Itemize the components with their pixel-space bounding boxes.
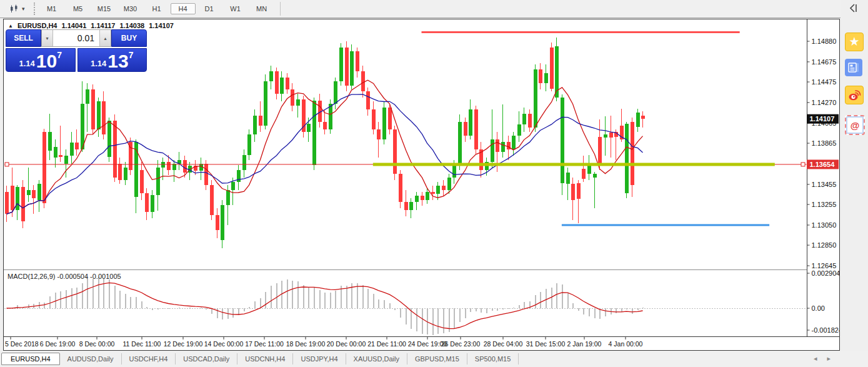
chart-tabs: EURUSD,H4AUDUSD,DailyUSDCHF,H4USDCAD,Dai… — [1, 352, 519, 366]
buy-price-prefix: 1.14 — [91, 58, 106, 69]
time-axis-label: 4 Jan 00:00 — [609, 340, 643, 348]
chart-tab-usdchf-h4[interactable]: USDCHF,H4 — [122, 353, 176, 364]
time-axis-label: 21 Dec 11:00 — [367, 340, 406, 348]
macd-histogram — [7, 277, 643, 335]
tab-scroll-right-icon[interactable]: ▸ — [827, 354, 831, 363]
volume-stepper: ▾ 0.01 ▴ — [41, 29, 111, 47]
chart-symbol: EURUSD,H4 — [17, 22, 57, 29]
chart-tab-usdcad-daily[interactable]: USDCAD,Daily — [176, 353, 237, 364]
svg-text:1.13865: 1.13865 — [812, 139, 837, 147]
toolbar-grip[interactable] — [34, 3, 35, 15]
time-axis-label: 18 Dec 19:00 — [286, 340, 326, 348]
news-icon[interactable] — [845, 59, 862, 76]
buy-price-sup: 7 — [129, 50, 134, 60]
ma-fast-line — [7, 80, 643, 214]
svg-text:1.14475: 1.14475 — [812, 78, 837, 86]
buy-price-button[interactable]: 1.14 13 7 — [77, 48, 147, 72]
buy-button[interactable]: BUY — [111, 29, 147, 47]
chart-title: ▲ EURUSD,H4 1.14041 1.14117 1.14038 1.14… — [8, 22, 174, 29]
volume-input[interactable]: 0.01 — [53, 30, 99, 46]
svg-text:1.13455: 1.13455 — [812, 181, 837, 188]
chart-tab-sp500-m15[interactable]: SP500,M15 — [467, 353, 519, 364]
time-axis-label: 20 Dec 00:00 — [327, 340, 366, 348]
svg-text:1.14107: 1.14107 — [810, 115, 835, 123]
collapse-sidebar-icon[interactable] — [848, 3, 859, 13]
at-glyph: @ — [851, 120, 860, 131]
svg-text:1.13654: 1.13654 — [810, 161, 836, 168]
tf-button-h1[interactable]: H1 — [144, 3, 169, 14]
svg-text:1.14880: 1.14880 — [812, 38, 837, 45]
svg-text:0.002904: 0.002904 — [812, 269, 840, 277]
macd-indicator-label: MACD(12,26,9) -0.000504 -0.001005 — [7, 273, 121, 280]
tab-scroll-left-icon[interactable]: ◂ — [814, 354, 817, 363]
hline-anchor — [5, 163, 9, 166]
one-click-trading-panel: SELL ▾ 0.01 ▴ BUY 1.14 10 7 1.14 13 7 — [6, 29, 147, 72]
tab-scroll-arrows: ◂ ▸ — [814, 354, 831, 363]
svg-text:0.00: 0.00 — [812, 304, 825, 312]
time-axis-label: 11 Dec 11:00 — [123, 340, 161, 348]
tf-button-m30[interactable]: M30 — [118, 3, 143, 14]
time-axis-label: 14 Dec 00:00 — [204, 340, 244, 348]
svg-text:1.13050: 1.13050 — [812, 221, 837, 229]
time-axis-label: 8 Dec 00:00 — [79, 340, 115, 348]
chart-tab-eurusd-h4[interactable]: EURUSD,H4 — [1, 353, 60, 365]
tf-button-m5[interactable]: M5 — [66, 3, 91, 14]
time-axis-label: 2 Jan 19:00 — [567, 340, 602, 348]
favorites-star-icon[interactable]: ★ — [845, 33, 864, 51]
tf-button-d1[interactable]: D1 — [197, 3, 222, 14]
chart-tab-xauusd-daily[interactable]: XAUUSD,Daily — [346, 353, 407, 364]
buy-price-big: 13 — [107, 53, 128, 69]
svg-text:-0.001824: -0.001824 — [812, 326, 840, 334]
volume-increase-button[interactable]: ▴ — [99, 30, 111, 46]
collapse-panel-icon[interactable]: ▲ — [8, 23, 13, 29]
tf-button-mn[interactable]: MN — [249, 3, 274, 14]
volume-decrease-button[interactable]: ▾ — [42, 30, 53, 46]
time-axis-label: 17 Dec 11:00 — [245, 340, 284, 348]
chart-tab-bar: EURUSD,H4AUDUSD,DailyUSDCHF,H4USDCAD,Dai… — [0, 351, 868, 367]
mail-at-icon[interactable]: @ — [845, 115, 865, 135]
top-toolbar: ▾ M1M5M15M30H1H4D1W1MN — [0, 0, 868, 18]
hline-anchor — [801, 163, 805, 166]
sell-price-button[interactable]: 1.14 10 7 — [6, 48, 76, 72]
candle-chart-glyph — [9, 4, 19, 14]
toolbar-separator — [280, 2, 281, 16]
sell-price-big: 10 — [36, 53, 57, 69]
svg-text:1.14270: 1.14270 — [812, 99, 837, 106]
sell-price-prefix: 1.14 — [19, 58, 35, 69]
ohlc-open: 1.14041 — [62, 22, 87, 29]
time-axis-label: 31 Dec 15:00 — [526, 340, 566, 348]
svg-text:1.12850: 1.12850 — [812, 241, 837, 249]
time-axis-label: 26 Dec 23:00 — [441, 340, 481, 348]
chevron-down-icon: ▾ — [22, 6, 25, 12]
weibo-glyph — [847, 88, 862, 103]
svg-text:1.13255: 1.13255 — [812, 201, 837, 208]
svg-text:1.12645: 1.12645 — [812, 262, 837, 269]
ohlc-low: 1.14038 — [119, 22, 144, 29]
svg-text:1.14675: 1.14675 — [812, 58, 837, 66]
sell-price-sup: 7 — [57, 50, 62, 60]
timeframe-toolbar: M1M5M15M30H1H4D1W1MN — [39, 0, 275, 18]
time-axis-label: 28 Dec 04:00 — [484, 340, 523, 348]
ohlc-close: 1.14107 — [149, 22, 174, 29]
chart-window: 1.148801.146751.144751.142701.140651.138… — [3, 19, 840, 351]
chart-tab-usdcnh-h4[interactable]: USDCNH,H4 — [237, 353, 293, 364]
chart-tab-audusd-daily[interactable]: AUDUSD,Daily — [60, 353, 122, 364]
sell-button[interactable]: SELL — [6, 29, 41, 47]
tf-button-h4[interactable]: H4 — [171, 3, 196, 14]
chart-tab-gbpusd-m15[interactable]: GBPUSD,M15 — [407, 353, 467, 364]
right-sidebar: ★ @ — [841, 0, 868, 367]
tf-button-w1[interactable]: W1 — [223, 3, 248, 14]
time-axis-label: 6 Dec 19:00 — [40, 340, 76, 348]
ohlc-high: 1.14117 — [91, 22, 115, 29]
star-glyph: ★ — [849, 34, 859, 50]
tf-button-m15[interactable]: M15 — [92, 3, 117, 14]
mt4-app: ▾ M1M5M15M30H1H4D1W1MN 1.148801.146751.1… — [0, 0, 868, 367]
candle-chart-icon[interactable]: ▾ — [6, 3, 27, 15]
news-glyph — [847, 61, 861, 74]
time-axis-label: 12 Dec 19:00 — [164, 340, 203, 348]
tf-button-m1[interactable]: M1 — [39, 3, 64, 14]
time-axis-label: 5 Dec 2018 — [5, 340, 39, 348]
weibo-icon[interactable] — [845, 86, 864, 104]
chart-tab-usdjpy-h4[interactable]: USDJPY,H4 — [293, 353, 346, 364]
